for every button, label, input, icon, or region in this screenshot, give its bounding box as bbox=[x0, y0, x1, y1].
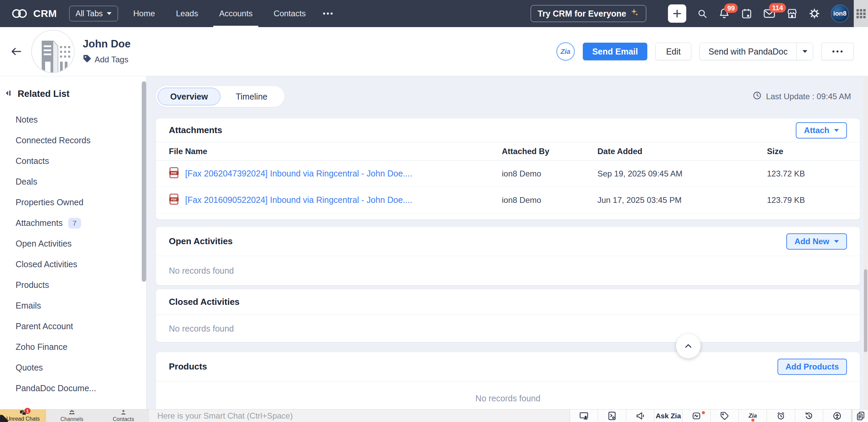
smart-chat-input[interactable]: Here is your Smart Chat (Ctrl+Space) bbox=[149, 409, 570, 422]
notifications-count-badge: 99 bbox=[724, 3, 738, 13]
attachments-section: Attachments Attach File Name Attached By… bbox=[156, 119, 860, 219]
sidebar-item-label: Deals bbox=[16, 177, 37, 187]
reminders-icon[interactable] bbox=[767, 409, 795, 422]
view-switcher: Overview Timeline bbox=[156, 86, 284, 107]
sidebar-item-label: Parent Account bbox=[16, 321, 73, 331]
top-navbar: CRM All Tabs Home Leads Accounts Contact… bbox=[0, 0, 868, 27]
attached-by-cell: ion8 Demo bbox=[502, 169, 597, 178]
contacts-tab[interactable]: Contacts bbox=[98, 409, 149, 422]
sidebar-item-label: Notes bbox=[16, 115, 38, 125]
user-avatar[interactable]: ion8 bbox=[831, 4, 849, 23]
add-tags-button[interactable]: Add Tags bbox=[83, 54, 131, 65]
size-cell: 123.72 KB bbox=[767, 169, 860, 178]
zoho-logo-icon[interactable] bbox=[12, 7, 28, 20]
more-tabs-icon[interactable] bbox=[316, 0, 339, 27]
accessibility-icon[interactable] bbox=[823, 409, 851, 422]
pandadoc-caret-button[interactable] bbox=[796, 43, 813, 60]
calendar-icon[interactable] bbox=[741, 7, 753, 20]
ellipsis-icon bbox=[832, 50, 843, 52]
sidebar-item[interactable]: Connected Records bbox=[0, 130, 146, 151]
tab-contacts[interactable]: Contacts bbox=[263, 0, 316, 27]
sidebar-item-label: Properties Owned bbox=[16, 197, 83, 207]
zia-icon[interactable]: Zia bbox=[739, 409, 767, 422]
attachment-file-link[interactable]: [Fax 2062047392024] Inbound via Ringcent… bbox=[185, 169, 412, 178]
content-area: Related List Notes Connected Records bbox=[0, 76, 868, 409]
ask-zia-button[interactable]: Ask Zia bbox=[654, 409, 683, 422]
attach-button[interactable]: Attach bbox=[796, 122, 847, 139]
notifications-bell-icon[interactable]: 99 bbox=[718, 7, 730, 20]
apps-grid-icon[interactable] bbox=[854, 0, 868, 27]
open-activities-section: Open Activities Add New No records found bbox=[156, 227, 860, 285]
all-tabs-dropdown[interactable]: All Tabs bbox=[69, 6, 118, 21]
scroll-to-top-button[interactable] bbox=[676, 334, 701, 358]
pdf-icon: PDF bbox=[169, 193, 179, 207]
try-crm-button[interactable]: Try CRM for Everyone bbox=[531, 5, 646, 22]
sidebar-item[interactable]: Parent Account bbox=[0, 316, 146, 337]
collapse-panel-icon[interactable] bbox=[5, 90, 12, 98]
page-scrollbar-thumb[interactable] bbox=[864, 269, 867, 352]
caret-down-icon bbox=[834, 240, 839, 243]
signals-icon[interactable] bbox=[683, 409, 711, 422]
nav-right-cluster: Try CRM for Everyone bbox=[531, 4, 868, 23]
sidebar-item[interactable]: Attachments 7 bbox=[0, 213, 146, 233]
svg-text:PDF: PDF bbox=[171, 171, 177, 174]
back-arrow-icon[interactable] bbox=[10, 46, 22, 57]
caret-down-icon bbox=[803, 50, 807, 53]
send-with-pandadoc-button[interactable]: Send with PandaDoc bbox=[700, 43, 796, 60]
sidebar-item[interactable]: Properties Owned bbox=[0, 192, 146, 213]
attached-by-cell: ion8 Demo bbox=[502, 195, 597, 205]
add-new-button[interactable]: Add New bbox=[786, 233, 847, 250]
tags-icon[interactable] bbox=[711, 409, 739, 422]
attachment-file-link[interactable]: [Fax 2016090522024] Inbound via Ringcent… bbox=[185, 195, 412, 205]
announcement-icon[interactable] bbox=[626, 409, 654, 422]
sidebar-item[interactable]: Emails bbox=[0, 295, 146, 316]
sidebar-item[interactable]: Zoho Finance bbox=[0, 337, 146, 357]
send-email-button[interactable]: Send Email bbox=[583, 43, 648, 60]
products-section: Products Add Products No records found bbox=[156, 352, 860, 409]
sidebar-item[interactable]: Closed Activities bbox=[0, 254, 146, 275]
sidebar-item-label: PandaDoc Docume... bbox=[16, 383, 96, 393]
tab-home[interactable]: Home bbox=[123, 0, 165, 27]
record-avatar[interactable] bbox=[31, 30, 75, 73]
last-update: Last Update : 09:45 AM bbox=[752, 91, 860, 102]
attachments-header: Attachments Attach bbox=[156, 119, 860, 142]
smart-form-icon[interactable] bbox=[598, 409, 626, 422]
sidebar-item[interactable]: Deals bbox=[0, 171, 146, 192]
search-icon[interactable] bbox=[696, 8, 708, 19]
channels-tab[interactable]: Channels bbox=[46, 409, 98, 422]
sidebar-item[interactable]: Products bbox=[0, 275, 146, 295]
add-products-button[interactable]: Add Products bbox=[777, 359, 847, 375]
related-list-header: Related List bbox=[0, 88, 146, 100]
col-file-name: File Name bbox=[169, 147, 502, 156]
sidebar-item[interactable]: Quotes bbox=[0, 357, 146, 378]
more-actions-button[interactable] bbox=[821, 43, 854, 60]
history-icon[interactable] bbox=[795, 409, 823, 422]
clipboard-icon[interactable] bbox=[851, 409, 868, 422]
tab-timeline[interactable]: Timeline bbox=[220, 88, 283, 105]
tab-leads[interactable]: Leads bbox=[165, 0, 209, 27]
page-scrollbar[interactable] bbox=[863, 76, 868, 409]
closed-activities-empty: No records found bbox=[156, 315, 860, 342]
tab-accounts[interactable]: Accounts bbox=[209, 0, 263, 27]
zia-insights-icon[interactable]: Zia bbox=[556, 42, 575, 61]
sidebar-item[interactable]: Open Activities bbox=[0, 233, 146, 254]
sidebar-item[interactable]: Contacts bbox=[0, 151, 146, 171]
date-added-cell: Jun 17, 2025 03:45 PM bbox=[597, 195, 767, 205]
attachments-rows: PDF [Fax 2062047392024] Inbound via Ring… bbox=[156, 161, 860, 213]
sidebar-item-label: Attachments bbox=[16, 218, 63, 228]
sidebar-item-label: Zoho Finance bbox=[16, 342, 67, 352]
sidebar-item[interactable]: Notes bbox=[0, 109, 146, 130]
sidebar-item[interactable]: PandaDoc Docume... bbox=[0, 378, 146, 399]
closed-activities-title: Closed Activities bbox=[169, 297, 240, 307]
sidebar-scrollbar[interactable] bbox=[142, 81, 146, 282]
screen-share-icon[interactable] bbox=[570, 409, 598, 422]
attachments-column-headers: File Name Attached By Date Added Size bbox=[156, 142, 860, 161]
email-icon[interactable]: 114 bbox=[763, 7, 776, 20]
edit-button[interactable]: Edit bbox=[655, 43, 691, 60]
quick-create-button[interactable] bbox=[668, 4, 686, 23]
marketplace-icon[interactable] bbox=[786, 7, 798, 20]
email-count-badge: 114 bbox=[769, 3, 786, 13]
settings-gear-icon[interactable] bbox=[808, 7, 821, 20]
tab-overview[interactable]: Overview bbox=[158, 88, 220, 105]
closed-activities-section: Closed Activities No records found bbox=[156, 289, 860, 342]
